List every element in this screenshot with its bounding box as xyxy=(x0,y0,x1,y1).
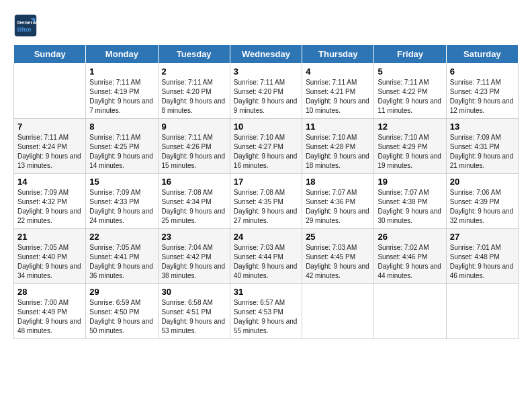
daylight-text: Daylight: 9 hours and 10 minutes. xyxy=(306,97,370,116)
calendar-cell: 31 Sunrise: 6:57 AM Sunset: 4:53 PM Dayl… xyxy=(230,284,302,339)
calendar-cell: 23 Sunrise: 7:04 AM Sunset: 4:42 PM Dayl… xyxy=(158,229,230,284)
sunrise-text: Sunrise: 7:11 AM xyxy=(17,133,82,142)
date-number: 4 xyxy=(306,66,370,77)
daylight-text: Daylight: 9 hours and 19 minutes. xyxy=(378,152,442,171)
sunrise-text: Sunrise: 7:05 AM xyxy=(89,243,154,253)
daylight-text: Daylight: 9 hours and 16 minutes. xyxy=(234,152,298,171)
logo-icon: General Blue xyxy=(13,13,38,38)
sunset-text: Sunset: 4:32 PM xyxy=(17,197,82,207)
calendar-cell: 25 Sunrise: 7:03 AM Sunset: 4:45 PM Dayl… xyxy=(302,229,374,284)
date-number: 9 xyxy=(162,122,226,132)
sunset-text: Sunset: 4:31 PM xyxy=(450,142,515,152)
daylight-text: Daylight: 9 hours and 46 minutes. xyxy=(450,262,515,281)
sunset-text: Sunset: 4:36 PM xyxy=(306,197,370,207)
daylight-text: Daylight: 9 hours and 55 minutes. xyxy=(234,317,298,336)
sunrise-text: Sunrise: 7:10 AM xyxy=(306,133,370,142)
cell-info: Sunrise: 7:05 AM Sunset: 4:41 PM Dayligh… xyxy=(89,243,154,281)
sunrise-text: Sunrise: 7:10 AM xyxy=(378,133,442,142)
cell-info: Sunrise: 7:07 AM Sunset: 4:38 PM Dayligh… xyxy=(378,188,442,226)
cell-info: Sunrise: 7:07 AM Sunset: 4:36 PM Dayligh… xyxy=(306,188,370,226)
calendar-cell: 4 Sunrise: 7:11 AM Sunset: 4:21 PM Dayli… xyxy=(302,64,374,119)
calendar-cell: 3 Sunrise: 7:11 AM Sunset: 4:20 PM Dayli… xyxy=(230,64,302,119)
cell-info: Sunrise: 7:09 AM Sunset: 4:33 PM Dayligh… xyxy=(89,188,154,226)
calendar-cell: 2 Sunrise: 7:11 AM Sunset: 4:20 PM Dayli… xyxy=(158,64,230,119)
sunrise-text: Sunrise: 7:01 AM xyxy=(450,243,515,253)
calendar-cell: 20 Sunrise: 7:06 AM Sunset: 4:39 PM Dayl… xyxy=(446,174,518,229)
day-header-tuesday: Tuesday xyxy=(158,45,230,64)
cell-info: Sunrise: 7:11 AM Sunset: 4:22 PM Dayligh… xyxy=(378,78,442,116)
daylight-text: Daylight: 9 hours and 36 minutes. xyxy=(89,262,154,281)
date-number: 18 xyxy=(306,177,370,187)
date-number: 22 xyxy=(89,232,154,242)
daylight-text: Daylight: 9 hours and 32 minutes. xyxy=(450,207,515,226)
daylight-text: Daylight: 9 hours and 21 minutes. xyxy=(450,152,515,171)
sunset-text: Sunset: 4:38 PM xyxy=(378,197,442,207)
calendar-cell: 14 Sunrise: 7:09 AM Sunset: 4:32 PM Dayl… xyxy=(14,174,86,229)
sunset-text: Sunset: 4:40 PM xyxy=(17,253,82,262)
date-number: 12 xyxy=(378,122,442,132)
calendar-cell: 30 Sunrise: 6:58 AM Sunset: 4:51 PM Dayl… xyxy=(158,284,230,339)
cell-info: Sunrise: 7:10 AM Sunset: 4:29 PM Dayligh… xyxy=(378,133,442,171)
cell-info: Sunrise: 7:11 AM Sunset: 4:25 PM Dayligh… xyxy=(89,133,154,171)
date-number: 6 xyxy=(450,66,515,77)
cell-info: Sunrise: 7:10 AM Sunset: 4:28 PM Dayligh… xyxy=(306,133,370,171)
date-number: 24 xyxy=(234,232,298,242)
cell-info: Sunrise: 7:08 AM Sunset: 4:34 PM Dayligh… xyxy=(162,188,226,226)
sunrise-text: Sunrise: 7:08 AM xyxy=(162,188,226,197)
date-number: 14 xyxy=(17,177,82,187)
cell-info: Sunrise: 6:58 AM Sunset: 4:51 PM Dayligh… xyxy=(162,298,226,336)
sunrise-text: Sunrise: 7:07 AM xyxy=(378,188,442,197)
calendar-cell: 22 Sunrise: 7:05 AM Sunset: 4:41 PM Dayl… xyxy=(86,229,158,284)
daylight-text: Daylight: 9 hours and 27 minutes. xyxy=(234,207,298,226)
cell-info: Sunrise: 7:11 AM Sunset: 4:19 PM Dayligh… xyxy=(89,78,154,116)
calendar-cell: 16 Sunrise: 7:08 AM Sunset: 4:34 PM Dayl… xyxy=(158,174,230,229)
sunrise-text: Sunrise: 6:58 AM xyxy=(162,298,226,308)
sunrise-text: Sunrise: 7:11 AM xyxy=(378,78,442,87)
calendar-cell: 28 Sunrise: 7:00 AM Sunset: 4:49 PM Dayl… xyxy=(14,284,86,339)
daylight-text: Daylight: 9 hours and 14 minutes. xyxy=(89,152,154,171)
sunset-text: Sunset: 4:28 PM xyxy=(306,142,370,152)
logo: General Blue xyxy=(13,13,40,38)
sunset-text: Sunset: 4:41 PM xyxy=(89,253,154,262)
sunrise-text: Sunrise: 7:04 AM xyxy=(162,243,226,253)
calendar-cell: 6 Sunrise: 7:11 AM Sunset: 4:23 PM Dayli… xyxy=(446,64,518,119)
daylight-text: Daylight: 9 hours and 50 minutes. xyxy=(89,317,154,336)
sunrise-text: Sunrise: 7:05 AM xyxy=(17,243,82,253)
cell-info: Sunrise: 6:59 AM Sunset: 4:50 PM Dayligh… xyxy=(89,298,154,336)
date-number: 13 xyxy=(450,122,515,132)
daylight-text: Daylight: 9 hours and 38 minutes. xyxy=(162,262,226,281)
daylight-text: Daylight: 9 hours and 40 minutes. xyxy=(234,262,298,281)
day-header-friday: Friday xyxy=(374,45,446,64)
sunrise-text: Sunrise: 7:09 AM xyxy=(450,133,515,142)
day-header-sunday: Sunday xyxy=(14,45,86,64)
calendar-cell: 13 Sunrise: 7:09 AM Sunset: 4:31 PM Dayl… xyxy=(446,119,518,174)
daylight-text: Daylight: 9 hours and 29 minutes. xyxy=(306,207,370,226)
cell-info: Sunrise: 7:02 AM Sunset: 4:46 PM Dayligh… xyxy=(378,243,442,281)
daylight-text: Daylight: 9 hours and 13 minutes. xyxy=(17,152,82,171)
date-number: 10 xyxy=(234,122,298,132)
daylight-text: Daylight: 9 hours and 24 minutes. xyxy=(89,207,154,226)
cell-info: Sunrise: 7:04 AM Sunset: 4:42 PM Dayligh… xyxy=(162,243,226,281)
sunset-text: Sunset: 4:42 PM xyxy=(162,253,226,262)
sunrise-text: Sunrise: 7:09 AM xyxy=(17,188,82,197)
sunset-text: Sunset: 4:33 PM xyxy=(89,197,154,207)
sunrise-text: Sunrise: 7:11 AM xyxy=(306,78,370,87)
date-number: 8 xyxy=(89,122,154,132)
calendar-cell: 21 Sunrise: 7:05 AM Sunset: 4:40 PM Dayl… xyxy=(14,229,86,284)
date-number: 3 xyxy=(234,66,298,77)
calendar-cell: 19 Sunrise: 7:07 AM Sunset: 4:38 PM Dayl… xyxy=(374,174,446,229)
calendar-cell xyxy=(374,284,446,339)
cell-info: Sunrise: 6:57 AM Sunset: 4:53 PM Dayligh… xyxy=(234,298,298,336)
date-number: 30 xyxy=(162,287,226,297)
calendar-cell: 18 Sunrise: 7:07 AM Sunset: 4:36 PM Dayl… xyxy=(302,174,374,229)
daylight-text: Daylight: 9 hours and 22 minutes. xyxy=(17,207,82,226)
sunset-text: Sunset: 4:20 PM xyxy=(234,87,298,97)
sunrise-text: Sunrise: 7:06 AM xyxy=(450,188,515,197)
daylight-text: Daylight: 9 hours and 9 minutes. xyxy=(234,97,298,116)
svg-text:Blue: Blue xyxy=(17,26,32,33)
cell-info: Sunrise: 7:11 AM Sunset: 4:21 PM Dayligh… xyxy=(306,78,370,116)
date-number: 27 xyxy=(450,232,515,242)
calendar-cell: 8 Sunrise: 7:11 AM Sunset: 4:25 PM Dayli… xyxy=(86,119,158,174)
day-header-thursday: Thursday xyxy=(302,45,374,64)
sunset-text: Sunset: 4:53 PM xyxy=(234,308,298,317)
